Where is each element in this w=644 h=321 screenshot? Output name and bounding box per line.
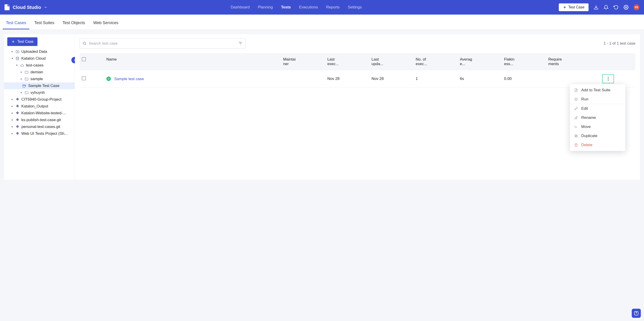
table-row[interactable]: Sample test case Nov 28 Nov 28 1 6s 0.00 [80,70,635,88]
menu-add-to-suite[interactable]: Add to Test Suite [570,86,625,95]
svg-rect-16 [16,104,19,107]
tree-label: Sample Test Case [28,84,60,88]
tree-label: demian [30,70,43,74]
menu-edit[interactable]: Edit [570,104,625,113]
tree-item-personal[interactable]: personal-test-cases.git [4,123,74,130]
svg-marker-10 [21,71,22,73]
row-last-updated: Nov 28 [369,70,413,88]
svg-marker-13 [12,99,13,100]
row-name[interactable]: Sample test case [114,77,144,81]
repo-icon [16,125,20,129]
nav-executions[interactable]: Executions [299,5,318,10]
folder-open-icon [22,84,26,88]
filter-icon[interactable] [238,41,242,46]
menu-move[interactable]: Move [570,122,625,131]
tree-item-ks-publish[interactable]: ks-publish-test-case.git [4,117,74,123]
svg-marker-36 [576,99,577,100]
tree-label: test-cases [26,63,44,68]
tab-test-cases[interactable]: Test Cases [6,16,26,29]
caret-down-icon [11,58,14,59]
tree-label: ks-publish-test-case.git [21,118,61,122]
add-testcase-label: Test Case [17,40,34,44]
tree-item-test-cases[interactable]: test-cases [4,62,74,69]
tab-test-suites[interactable]: Test Suites [34,16,54,29]
tree-item-katalon-output[interactable]: Katalon_Output [4,103,74,110]
svg-marker-15 [12,106,13,107]
svg-rect-14 [16,98,19,101]
folder-icon [24,70,29,74]
search-input[interactable] [89,41,236,46]
trash-icon [574,143,578,147]
svg-marker-7 [12,58,13,59]
row-actions-button[interactable] [602,74,614,83]
history-icon[interactable] [614,5,618,10]
caret-right-icon [11,105,14,107]
tab-test-objects[interactable]: Test Objects [62,16,85,29]
nav-settings[interactable]: Settings [348,5,362,10]
col-last-updated: Last upda... [369,54,413,70]
svg-point-32 [608,80,608,81]
gear-icon[interactable] [624,5,628,10]
tree-item-uploaded-data[interactable]: Uploaded Data [4,48,74,55]
cloud-db-icon [16,56,20,61]
nav-planning[interactable]: Planning [258,5,273,10]
tab-web-services[interactable]: Web Services [93,16,118,29]
upload-folder-icon [16,50,20,54]
col-name: Name [104,54,281,70]
col-last-exec: Last exec... [325,54,369,70]
svg-point-30 [608,77,608,78]
row-maintainer [281,70,325,88]
tree-item-katalon-website[interactable]: Katalon-Website-tested-... [4,110,74,117]
select-all-checkbox[interactable] [82,57,86,61]
top-nav: Dashboard Planning Tests Executions Repo… [34,5,558,10]
duplicate-icon [574,134,578,138]
svg-point-25 [83,42,86,44]
tree-label: Katalon-Website-tested-... [21,111,66,115]
add-testcase-button[interactable]: Test Case [7,37,38,46]
row-checkbox[interactable] [82,76,86,80]
menu-run[interactable]: Run [570,95,625,104]
new-testcase-button[interactable]: Test Case [559,4,588,11]
svg-point-3 [625,7,627,8]
tree-label: vyhuynh [30,90,45,95]
menu-label: Duplicate [581,134,598,138]
tree-label: Katalon_Output [21,104,48,109]
logo-icon [4,4,10,10]
menu-label: Run [581,97,588,102]
row-flakiness: 0.00 [502,70,546,88]
tree-item-cit5940[interactable]: CIT5940-Group-Project [4,96,74,103]
col-avg: Averag e... [458,54,502,70]
menu-rename[interactable]: Rename [570,113,625,122]
tree-item-sample-test-case[interactable]: Sample Test Case [4,82,74,89]
col-no-exec: No. of exec... [413,54,458,70]
repo-icon [16,97,20,102]
download-icon[interactable] [594,5,598,10]
nav-tests[interactable]: Tests [281,5,291,10]
move-icon [574,125,578,129]
workspace: Test Case Uploaded Data Katalon Cloud te… [0,30,644,184]
svg-marker-19 [12,119,13,121]
caret-right-icon [11,112,14,114]
tree: Uploaded Data Katalon Cloud test-cases d… [4,48,74,137]
tree-item-katalon-cloud[interactable]: Katalon Cloud [4,55,74,62]
nav-dashboard[interactable]: Dashboard [231,5,250,10]
tree-item-sample[interactable]: sample [4,76,74,82]
menu-label: Rename [581,115,596,120]
tree-item-demian[interactable]: demian [4,69,74,76]
svg-marker-12 [21,92,22,93]
avatar[interactable]: RS [634,4,640,10]
tree-item-webui[interactable]: Web UI Tests Project (Sh... [4,130,74,137]
nav-reports[interactable]: Reports [326,5,340,10]
cases-table: Name Maintai ner Last exec... Last upda.… [80,53,635,88]
tree-item-vyhuynh[interactable]: vyhuynh [4,89,74,96]
menu-delete[interactable]: Delete [570,140,625,149]
row-avg: 6s [458,70,502,88]
svg-rect-24 [16,132,19,135]
tree-label: Uploaded Data [21,49,47,54]
new-testcase-label: Test Case [568,5,584,9]
caret-right-icon [11,99,14,100]
bell-icon[interactable] [604,5,608,10]
menu-duplicate[interactable]: Duplicate [570,131,625,140]
caret-right-icon [20,78,23,80]
repo-icon [16,111,20,115]
